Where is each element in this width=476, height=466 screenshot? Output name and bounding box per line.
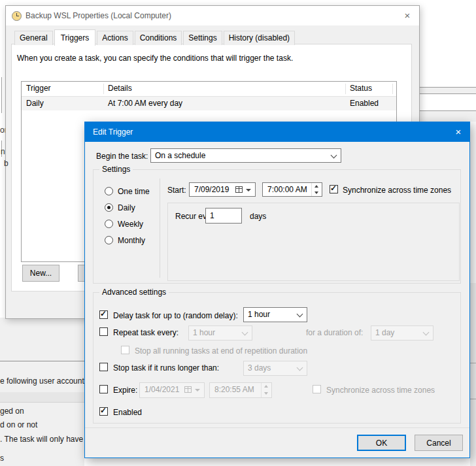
bg-band — [419, 111, 476, 122]
tab-general[interactable]: General — [14, 31, 53, 45]
duration-label: for a duration of: — [306, 328, 363, 337]
task-clock-icon — [12, 11, 22, 21]
bg-text-line: . The task will only have — [0, 435, 83, 444]
check-icon: ✓ — [100, 309, 107, 318]
recur-unit-label: days — [250, 212, 266, 221]
column-divider — [345, 84, 346, 94]
bg-window-fragment: e following user account ged on d on or … — [0, 318, 84, 466]
repeat-label: Repeat task every: — [113, 328, 178, 337]
bg-text-line: s — [0, 454, 4, 463]
stop-all-label: Stop all running tasks at end of repetit… — [135, 346, 307, 356]
bg-disabled-field — [0, 392, 84, 403]
cell-details: At 7:00 AM every day — [108, 97, 182, 110]
radio-daily-label: Daily — [118, 203, 135, 212]
stop-task-checkbox[interactable] — [99, 363, 108, 371]
enabled-checkbox[interactable]: ✓ — [99, 407, 108, 416]
settings-group: Settings One time Daily Weekly Monthly S… — [93, 169, 461, 284]
start-date-value: 7/09/2019 — [194, 185, 229, 194]
start-label: Start: — [167, 186, 186, 195]
expire-date-picker: 1/04/2021 — [139, 382, 205, 398]
bg-text-line: d on or not — [0, 420, 37, 429]
begin-task-label: Begin the task: — [96, 152, 148, 161]
start-time-value: 7:00:00 AM — [267, 185, 307, 194]
spin-up-icon — [262, 383, 271, 390]
begin-task-select[interactable]: On a schedule — [150, 148, 341, 163]
sync-timezones-label: Synchronize across time zones — [343, 186, 451, 195]
column-header-trigger[interactable]: Trigger — [26, 82, 51, 95]
dropdown-arrow-icon — [195, 389, 200, 391]
cell-trigger: Daily — [26, 97, 44, 110]
tab-conditions[interactable]: Conditions — [135, 31, 182, 45]
radio-monthly-label: Monthly — [118, 236, 145, 245]
chevron-down-icon — [423, 329, 430, 336]
close-icon[interactable]: × — [401, 10, 413, 22]
column-divider — [392, 84, 393, 94]
cancel-button[interactable]: Cancel — [415, 435, 463, 451]
delay-checkbox[interactable]: ✓ — [99, 310, 108, 319]
radio-daily[interactable] — [105, 203, 113, 212]
delay-label: Delay task for up to (random delay): — [113, 311, 238, 320]
settings-group-label: Settings — [99, 165, 133, 174]
close-icon[interactable]: × — [452, 126, 464, 138]
start-date-picker[interactable]: 7/09/2019 — [189, 182, 256, 197]
expire-date-value: 1/04/2021 — [144, 385, 179, 394]
check-icon: ✓ — [100, 406, 107, 415]
expire-sync-label: Synchronize across time zones — [326, 386, 435, 395]
tab-settings[interactable]: Settings — [183, 31, 222, 45]
table-row[interactable]: Daily At 7:00 AM every day Enabled — [22, 97, 396, 110]
window-title: Backup WSL Properties (Local Computer) — [26, 6, 171, 25]
spinner-buttons — [311, 183, 322, 196]
spinner-buttons — [261, 383, 271, 397]
bg-band — [419, 88, 476, 93]
tab-strip: General Triggers Actions Conditions Sett… — [14, 29, 296, 45]
radio-one-time[interactable] — [105, 187, 113, 195]
bg-separator-line — [470, 399, 476, 399]
expire-label: Expire: — [113, 386, 137, 395]
dialog-title: Edit Trigger — [93, 122, 133, 142]
duration-value: 1 day — [375, 328, 394, 337]
tab-history[interactable]: History (disabled) — [224, 31, 295, 45]
enabled-label: Enabled — [113, 408, 142, 417]
recur-every-input[interactable]: 1 — [205, 208, 242, 224]
chevron-down-icon — [297, 365, 303, 371]
recur-every-value: 1 — [210, 211, 214, 220]
column-header-status[interactable]: Status — [350, 82, 372, 95]
repeat-checkbox[interactable] — [99, 327, 108, 336]
calendar-icon — [235, 186, 243, 193]
spin-up-icon[interactable] — [312, 183, 322, 190]
tab-actions[interactable]: Actions — [97, 31, 133, 45]
chevron-down-icon — [297, 311, 303, 318]
bg-edge-line — [1, 77, 2, 113]
expire-checkbox[interactable] — [99, 385, 108, 393]
start-time-spinner[interactable]: 7:00:00 AM — [262, 182, 322, 197]
radio-weekly[interactable] — [105, 220, 113, 228]
radio-monthly[interactable] — [105, 236, 113, 244]
duration-select: 1 day — [371, 325, 434, 341]
table-header: Trigger Details Status — [22, 82, 396, 97]
expire-time-spinner: 8:20:55 AM — [209, 382, 272, 398]
sync-timezones-checkbox[interactable]: ✓ — [330, 185, 338, 193]
radio-one-time-label: One time — [118, 187, 150, 196]
column-header-details[interactable]: Details — [108, 82, 132, 95]
calendar-icon — [184, 386, 192, 393]
begin-task-value: On a schedule — [155, 151, 205, 160]
repeat-select: 1 hour — [188, 325, 252, 341]
delay-select[interactable]: 1 hour — [243, 307, 307, 322]
stop-task-select: 3 days — [243, 361, 307, 376]
bg-text-line: e following user account — [0, 376, 84, 386]
new-button[interactable]: New... — [22, 265, 60, 282]
delay-value: 1 hour — [248, 310, 270, 319]
group-divider — [160, 178, 160, 278]
dialog-titlebar[interactable]: Edit Trigger × — [85, 122, 469, 142]
stop-task-value: 3 days — [248, 363, 271, 373]
tab-triggers[interactable]: Triggers — [54, 29, 96, 46]
ok-button[interactable]: OK — [357, 435, 406, 451]
screen: on n b e following user account ged on d… — [0, 0, 476, 466]
stop-task-label: Stop task if it runs longer than: — [113, 363, 219, 373]
window-titlebar[interactable]: Backup WSL Properties (Local Computer) × — [6, 6, 419, 25]
spin-down-icon — [262, 390, 271, 397]
bg-text-fragment: b — [4, 159, 8, 168]
bg-text-fragment: n — [1, 147, 5, 156]
bg-separator-line — [470, 363, 476, 363]
spin-down-icon[interactable] — [312, 190, 322, 196]
